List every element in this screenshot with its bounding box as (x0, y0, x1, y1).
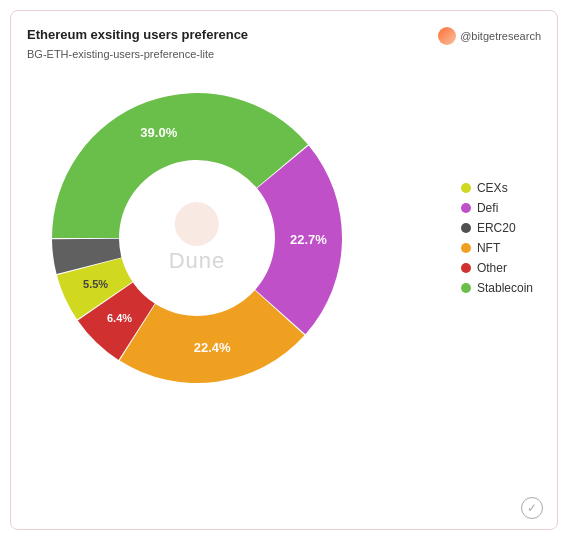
label-cexs: 5.5% (83, 278, 108, 290)
legend-item: Stablecoin (461, 281, 533, 295)
brand-name: @bitgetresearch (460, 30, 541, 42)
title-block: Ethereum exsiting users preference BG-ET… (27, 27, 438, 60)
legend-label: ERC20 (477, 221, 516, 235)
legend-item: CEXs (461, 181, 533, 195)
brand-icon (438, 27, 456, 45)
brand-label: @bitgetresearch (438, 27, 541, 45)
legend-item: NFT (461, 241, 533, 255)
chart-title: Ethereum exsiting users preference (27, 27, 248, 42)
legend-color-dot (461, 223, 471, 233)
legend-item: Other (461, 261, 533, 275)
label-nft: 22.4% (194, 340, 231, 355)
legend-label: Stablecoin (477, 281, 533, 295)
label-stablecoin: 39.0% (140, 125, 177, 140)
legend-label: Defi (477, 201, 498, 215)
label-defi: 22.7% (290, 232, 327, 247)
legend-color-dot (461, 183, 471, 193)
legend-label: Other (477, 261, 507, 275)
legend-label: NFT (477, 241, 500, 255)
donut-chart: 39.0%22.7%22.4%6.4%5.5% Dune (27, 68, 367, 408)
chart-subtitle: BG-ETH-existing-users-preference-lite (27, 48, 214, 60)
donut-svg: 39.0%22.7%22.4%6.4%5.5% (27, 68, 367, 408)
chart-card: Ethereum exsiting users preference BG-ET… (10, 10, 558, 530)
legend-item: ERC20 (461, 221, 533, 235)
legend-label: CEXs (477, 181, 508, 195)
card-header: Ethereum exsiting users preference BG-ET… (27, 27, 541, 60)
legend-color-dot (461, 263, 471, 273)
chart-legend: CEXsDefiERC20NFTOtherStablecoin (461, 181, 541, 295)
legend-color-dot (461, 243, 471, 253)
title-line: Ethereum exsiting users preference BG-ET… (27, 27, 438, 60)
checkmark-icon: ✓ (521, 497, 543, 519)
legend-color-dot (461, 203, 471, 213)
legend-item: Defi (461, 201, 533, 215)
chart-area: 39.0%22.7%22.4%6.4%5.5% Dune CEXsDefiERC… (27, 68, 541, 408)
donut-hole (120, 161, 274, 315)
legend-color-dot (461, 283, 471, 293)
label-other: 6.4% (107, 312, 132, 324)
